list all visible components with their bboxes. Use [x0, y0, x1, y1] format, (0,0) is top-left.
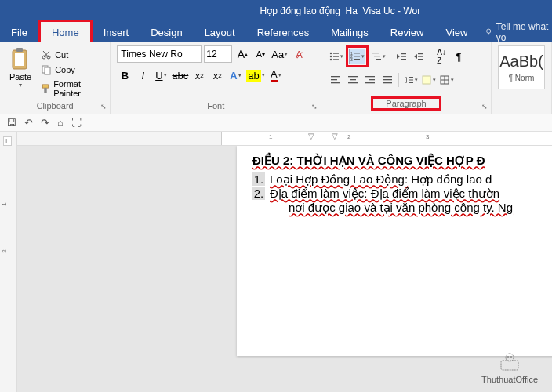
highlight-paragraph-label: Paragraph	[371, 96, 441, 111]
align-right-button[interactable]	[362, 72, 378, 88]
shading-button[interactable]	[420, 72, 437, 88]
qat-undo-icon[interactable]: ↶	[24, 117, 33, 129]
ruler-vertical[interactable]: L 1 2	[0, 132, 17, 392]
svg-point-15	[330, 59, 332, 60]
svg-rect-18	[354, 53, 360, 53]
item2-text: Địa điểm làm việc thườn	[368, 187, 500, 200]
style-normal[interactable]: AaBb( ¶ Norm	[498, 45, 545, 89]
svg-rect-39	[369, 79, 375, 80]
svg-rect-23	[372, 53, 380, 53]
font-color-button[interactable]: A	[268, 67, 284, 83]
svg-rect-40	[365, 82, 375, 83]
svg-rect-52	[501, 361, 518, 370]
ribbon: Paste ▾ Cut Copy Format Painter Cl	[0, 42, 552, 114]
svg-rect-34	[331, 82, 340, 83]
svg-rect-42	[383, 79, 392, 80]
sort-button[interactable]: A↓Z	[434, 49, 449, 64]
strike-button[interactable]: abc	[171, 67, 189, 83]
svg-rect-44	[406, 78, 407, 82]
line-spacing-button[interactable]	[402, 72, 419, 88]
svg-rect-14	[333, 56, 339, 56]
tab-selector[interactable]: L	[3, 136, 12, 146]
doc-heading: ĐIỀU 2: THỜI HẠN VÀ CÔNG VIỆC HỢP Đ	[252, 154, 552, 168]
format-painter-button[interactable]: Format Painter	[39, 78, 104, 99]
change-case-button[interactable]: Aa	[271, 46, 289, 62]
tab-home[interactable]: Home	[41, 22, 90, 42]
shrink-font-button[interactable]: A▾	[252, 46, 268, 62]
svg-rect-31	[418, 59, 423, 60]
justify-button[interactable]	[380, 72, 395, 88]
show-marks-button[interactable]: ¶	[451, 49, 467, 64]
svg-rect-48	[423, 76, 430, 84]
copy-button[interactable]: Copy	[39, 64, 104, 76]
font-name-select[interactable]	[117, 45, 202, 63]
tab-insert[interactable]: Insert	[93, 22, 140, 42]
qat-maximize-icon[interactable]: ⛶	[71, 117, 82, 129]
underline-button[interactable]: U	[153, 67, 169, 83]
borders-button[interactable]	[438, 72, 455, 88]
tell-me[interactable]: Tell me what yo	[485, 21, 552, 43]
grow-font-button[interactable]: A▴	[234, 46, 250, 62]
text-effects-button[interactable]: A	[227, 67, 243, 83]
bulb-icon	[485, 27, 492, 37]
tab-design[interactable]: Design	[140, 22, 193, 42]
subscript-button[interactable]: x2	[191, 67, 207, 83]
decrease-indent-button[interactable]	[394, 49, 409, 64]
italic-button[interactable]: I	[135, 67, 151, 83]
align-center-button[interactable]	[345, 72, 361, 88]
paste-button[interactable]: Paste ▾	[6, 45, 34, 90]
document-title: Hợp đồng lao động_Ha_Visa Uc - Wor	[260, 5, 421, 16]
group-paragraph: 123 A↓Z ¶	[321, 42, 492, 114]
qat-save-icon[interactable]: 🖫	[6, 117, 16, 129]
group-styles: AaBb( ¶ Norm	[492, 42, 552, 114]
align-left-button[interactable]	[328, 72, 343, 88]
qat-home-icon[interactable]: ⌂	[57, 117, 64, 129]
multilevel-button[interactable]	[370, 49, 387, 64]
document-scroll[interactable]: ĐIỀU 2: THỜI HẠN VÀ CÔNG VIỆC HỢP Đ 1.Lo…	[17, 146, 552, 392]
qat-redo-icon[interactable]: ↷	[41, 117, 49, 129]
svg-text:3: 3	[350, 57, 353, 62]
item1-label: Loại Hợp Đồng Lao Động:	[270, 172, 408, 186]
item2-label: Địa điểm làm việc:	[270, 187, 368, 200]
tab-file[interactable]: File	[0, 22, 38, 42]
clear-format-button[interactable]: A̷	[291, 46, 307, 62]
svg-rect-28	[401, 59, 406, 60]
svg-rect-41	[383, 76, 392, 77]
tab-references[interactable]: References	[246, 22, 320, 42]
svg-rect-10	[44, 88, 46, 93]
document-area: L 1 2 ▽ ▽ 1 2 3 ĐIỀU 2: THỜI HẠN VÀ CÔNG…	[0, 132, 552, 392]
svg-rect-8	[45, 67, 50, 74]
brush-icon	[41, 83, 50, 94]
bullets-button[interactable]	[328, 49, 344, 64]
font-size-select[interactable]	[204, 45, 232, 63]
bold-button[interactable]: B	[117, 67, 133, 83]
svg-rect-12	[333, 53, 339, 53]
scissors-icon	[41, 49, 52, 60]
numbering-icon: 123	[350, 51, 361, 62]
page[interactable]: ĐIỀU 2: THỜI HẠN VÀ CÔNG VIỆC HỢP Đ 1.Lo…	[237, 146, 552, 356]
tab-review[interactable]: Review	[380, 22, 435, 42]
highlight-button[interactable]: ab	[245, 67, 265, 83]
bullets-icon	[329, 51, 340, 62]
svg-point-11	[330, 53, 332, 54]
increase-indent-button[interactable]	[411, 49, 427, 64]
cut-button[interactable]: Cut	[39, 49, 104, 61]
svg-point-13	[330, 56, 332, 57]
numbering-button[interactable]: 123	[349, 49, 365, 64]
clipboard-launcher[interactable]: ⤡	[99, 102, 108, 111]
superscript-button[interactable]: x2	[209, 67, 225, 83]
tab-view[interactable]: View	[434, 22, 478, 42]
watermark-logo-icon	[496, 351, 523, 373]
svg-rect-4	[15, 53, 24, 66]
svg-point-0	[487, 29, 491, 33]
svg-rect-16	[333, 59, 339, 60]
menu-bar: File Home Insert Design Layout Reference…	[0, 22, 552, 42]
item1-text: Hợp đồng lao đ	[408, 172, 492, 186]
ruler-horizontal[interactable]: ▽ ▽ 1 2 3	[17, 132, 552, 146]
tab-mailings[interactable]: Mailings	[320, 22, 380, 42]
paragraph-launcher[interactable]: ⤡	[480, 102, 489, 111]
tab-layout[interactable]: Layout	[194, 22, 246, 42]
font-launcher[interactable]: ⤡	[310, 102, 319, 111]
svg-rect-37	[348, 82, 358, 83]
outdent-icon	[396, 51, 407, 62]
